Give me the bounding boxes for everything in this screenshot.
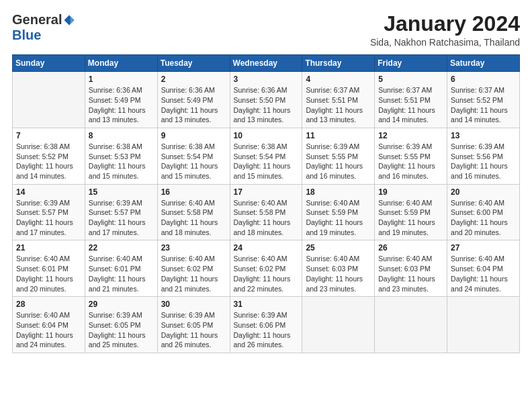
day-info: Sunrise: 6:40 AM Sunset: 5:59 PM Dayligh… <box>306 198 371 238</box>
day-info: Sunrise: 6:40 AM Sunset: 5:58 PM Dayligh… <box>161 198 226 238</box>
day-info: Sunrise: 6:39 AM Sunset: 6:05 PM Dayligh… <box>89 310 154 350</box>
calendar-cell: 26Sunrise: 6:40 AM Sunset: 6:03 PM Dayli… <box>375 240 447 297</box>
day-number: 30 <box>161 300 226 309</box>
day-number: 10 <box>234 131 299 140</box>
day-info: Sunrise: 6:40 AM Sunset: 6:02 PM Dayligh… <box>161 254 226 293</box>
calendar-cell: 4Sunrise: 6:37 AM Sunset: 5:51 PM Daylig… <box>302 72 375 128</box>
calendar-week-3: 14Sunrise: 6:39 AM Sunset: 5:57 PM Dayli… <box>13 184 520 240</box>
day-info: Sunrise: 6:39 AM Sunset: 5:57 PM Dayligh… <box>89 198 154 238</box>
logo-blue-text: Blue <box>12 28 41 42</box>
calendar-week-4: 21Sunrise: 6:40 AM Sunset: 6:01 PM Dayli… <box>13 240 520 297</box>
weekday-header-wednesday: Wednesday <box>230 55 302 72</box>
day-info: Sunrise: 6:40 AM Sunset: 5:59 PM Dayligh… <box>378 198 443 238</box>
day-info: Sunrise: 6:38 AM Sunset: 5:53 PM Dayligh… <box>89 142 154 181</box>
day-number: 19 <box>378 187 443 197</box>
calendar-cell: 13Sunrise: 6:39 AM Sunset: 5:56 PM Dayli… <box>447 128 520 184</box>
logo: General Blue <box>12 12 75 43</box>
day-info: Sunrise: 6:40 AM Sunset: 6:04 PM Dayligh… <box>451 254 516 293</box>
weekday-header-thursday: Thursday <box>302 55 375 72</box>
day-number: 24 <box>234 243 299 253</box>
weekday-header-friday: Friday <box>375 55 447 72</box>
title-block: January 2024 Sida, Nakhon Ratchasima, Th… <box>370 12 520 48</box>
calendar-week-5: 28Sunrise: 6:40 AM Sunset: 6:04 PM Dayli… <box>13 297 520 353</box>
calendar: SundayMondayTuesdayWednesdayThursdayFrid… <box>12 54 520 353</box>
day-number: 5 <box>378 75 443 84</box>
calendar-cell: 23Sunrise: 6:40 AM Sunset: 6:02 PM Dayli… <box>157 240 230 297</box>
day-info: Sunrise: 6:40 AM Sunset: 6:01 PM Dayligh… <box>89 254 154 293</box>
weekday-row: SundayMondayTuesdayWednesdayThursdayFrid… <box>13 55 520 72</box>
calendar-cell <box>13 72 85 128</box>
calendar-cell <box>375 297 447 353</box>
calendar-cell: 29Sunrise: 6:39 AM Sunset: 6:05 PM Dayli… <box>85 297 157 353</box>
calendar-cell: 8Sunrise: 6:38 AM Sunset: 5:53 PM Daylig… <box>85 128 157 184</box>
calendar-header: SundayMondayTuesdayWednesdayThursdayFrid… <box>13 55 520 72</box>
calendar-cell: 3Sunrise: 6:36 AM Sunset: 5:50 PM Daylig… <box>230 72 302 128</box>
calendar-week-2: 7Sunrise: 6:38 AM Sunset: 5:52 PM Daylig… <box>13 128 520 184</box>
day-number: 28 <box>16 300 81 309</box>
weekday-header-sunday: Sunday <box>13 55 85 72</box>
calendar-cell: 15Sunrise: 6:39 AM Sunset: 5:57 PM Dayli… <box>85 184 157 240</box>
day-number: 23 <box>161 243 226 253</box>
day-info: Sunrise: 6:40 AM Sunset: 6:00 PM Dayligh… <box>451 198 516 238</box>
day-number: 16 <box>161 187 226 197</box>
day-info: Sunrise: 6:38 AM Sunset: 5:54 PM Dayligh… <box>234 142 299 181</box>
day-info: Sunrise: 6:39 AM Sunset: 5:55 PM Dayligh… <box>378 142 443 181</box>
calendar-cell: 19Sunrise: 6:40 AM Sunset: 5:59 PM Dayli… <box>375 184 447 240</box>
calendar-cell: 5Sunrise: 6:37 AM Sunset: 5:51 PM Daylig… <box>375 72 447 128</box>
day-info: Sunrise: 6:36 AM Sunset: 5:49 PM Dayligh… <box>161 85 226 125</box>
day-info: Sunrise: 6:39 AM Sunset: 5:55 PM Dayligh… <box>306 142 371 181</box>
day-number: 7 <box>16 131 81 140</box>
calendar-cell: 9Sunrise: 6:38 AM Sunset: 5:54 PM Daylig… <box>157 128 230 184</box>
calendar-cell: 24Sunrise: 6:40 AM Sunset: 6:02 PM Dayli… <box>230 240 302 297</box>
day-info: Sunrise: 6:36 AM Sunset: 5:49 PM Dayligh… <box>89 85 154 125</box>
day-info: Sunrise: 6:38 AM Sunset: 5:52 PM Dayligh… <box>16 142 81 181</box>
subtitle: Sida, Nakhon Ratchasima, Thailand <box>370 37 520 48</box>
calendar-cell: 7Sunrise: 6:38 AM Sunset: 5:52 PM Daylig… <box>13 128 85 184</box>
calendar-cell: 2Sunrise: 6:36 AM Sunset: 5:49 PM Daylig… <box>157 72 230 128</box>
day-number: 3 <box>234 75 299 84</box>
day-number: 13 <box>451 131 516 140</box>
day-number: 22 <box>89 243 154 253</box>
calendar-cell: 30Sunrise: 6:39 AM Sunset: 6:05 PM Dayli… <box>157 297 230 353</box>
day-info: Sunrise: 6:39 AM Sunset: 6:06 PM Dayligh… <box>234 310 299 350</box>
calendar-cell: 18Sunrise: 6:40 AM Sunset: 5:59 PM Dayli… <box>302 184 375 240</box>
weekday-header-monday: Monday <box>85 55 157 72</box>
day-info: Sunrise: 6:40 AM Sunset: 6:02 PM Dayligh… <box>234 254 299 293</box>
calendar-cell: 17Sunrise: 6:40 AM Sunset: 5:58 PM Dayli… <box>230 184 302 240</box>
day-info: Sunrise: 6:36 AM Sunset: 5:50 PM Dayligh… <box>234 85 299 125</box>
day-info: Sunrise: 6:39 AM Sunset: 5:56 PM Dayligh… <box>451 142 516 181</box>
logo-icon <box>63 14 75 26</box>
day-number: 27 <box>451 243 516 253</box>
calendar-cell: 28Sunrise: 6:40 AM Sunset: 6:04 PM Dayli… <box>13 297 85 353</box>
day-info: Sunrise: 6:40 AM Sunset: 5:58 PM Dayligh… <box>234 198 299 238</box>
logo-general-text: General <box>12 12 62 28</box>
day-number: 12 <box>378 131 443 140</box>
main-title: January 2024 <box>370 12 520 36</box>
calendar-cell: 22Sunrise: 6:40 AM Sunset: 6:01 PM Dayli… <box>85 240 157 297</box>
day-number: 20 <box>451 187 516 197</box>
header: General Blue January 2024 Sida, Nakhon R… <box>12 12 520 48</box>
calendar-cell: 12Sunrise: 6:39 AM Sunset: 5:55 PM Dayli… <box>375 128 447 184</box>
day-number: 1 <box>89 75 154 84</box>
calendar-cell: 14Sunrise: 6:39 AM Sunset: 5:57 PM Dayli… <box>13 184 85 240</box>
calendar-cell: 20Sunrise: 6:40 AM Sunset: 6:00 PM Dayli… <box>447 184 520 240</box>
day-info: Sunrise: 6:40 AM Sunset: 6:04 PM Dayligh… <box>16 310 81 350</box>
day-number: 31 <box>234 300 299 309</box>
calendar-cell <box>302 297 375 353</box>
day-info: Sunrise: 6:37 AM Sunset: 5:51 PM Dayligh… <box>378 85 443 125</box>
day-info: Sunrise: 6:39 AM Sunset: 5:57 PM Dayligh… <box>16 198 81 238</box>
day-info: Sunrise: 6:40 AM Sunset: 6:01 PM Dayligh… <box>16 254 81 293</box>
day-number: 9 <box>161 131 226 140</box>
day-number: 26 <box>378 243 443 253</box>
calendar-week-1: 1Sunrise: 6:36 AM Sunset: 5:49 PM Daylig… <box>13 72 520 128</box>
day-info: Sunrise: 6:39 AM Sunset: 6:05 PM Dayligh… <box>161 310 226 350</box>
day-number: 4 <box>306 75 371 84</box>
weekday-header-saturday: Saturday <box>447 55 520 72</box>
day-number: 14 <box>16 187 81 197</box>
svg-marker-1 <box>71 16 75 24</box>
calendar-cell: 25Sunrise: 6:40 AM Sunset: 6:03 PM Dayli… <box>302 240 375 297</box>
day-number: 18 <box>306 187 371 197</box>
day-number: 21 <box>16 243 81 253</box>
day-info: Sunrise: 6:40 AM Sunset: 6:03 PM Dayligh… <box>378 254 443 293</box>
calendar-cell: 1Sunrise: 6:36 AM Sunset: 5:49 PM Daylig… <box>85 72 157 128</box>
